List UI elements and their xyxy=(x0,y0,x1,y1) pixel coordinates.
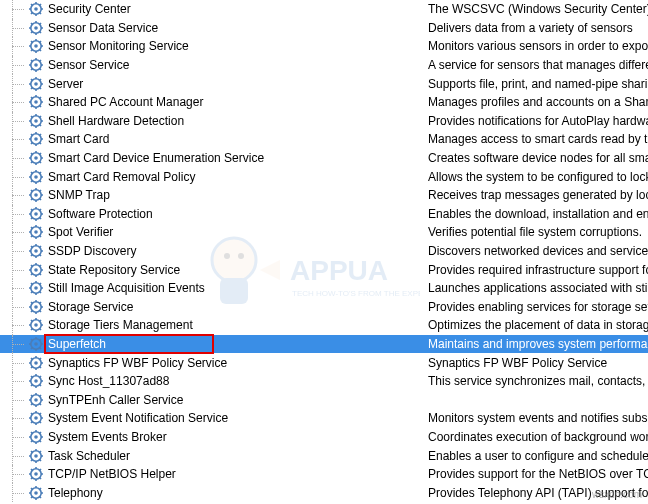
svg-point-7 xyxy=(34,7,38,11)
service-row[interactable]: System Events BrokerCoordinates executio… xyxy=(0,428,648,447)
service-name: Shell Hardware Detection xyxy=(48,114,428,128)
svg-line-242 xyxy=(31,432,32,433)
service-description: Launches applications associated with st… xyxy=(428,281,648,295)
svg-line-124 xyxy=(31,217,32,218)
svg-line-25 xyxy=(40,23,41,24)
svg-point-227 xyxy=(34,417,38,421)
svg-line-95 xyxy=(40,153,41,154)
svg-line-35 xyxy=(40,41,41,42)
service-description: Verifies potential file system corruptio… xyxy=(428,225,648,239)
svg-point-257 xyxy=(34,472,38,476)
service-row[interactable]: Task SchedulerEnables a user to configur… xyxy=(0,446,648,465)
service-row[interactable]: SSDP DiscoveryDiscovers networked device… xyxy=(0,242,648,261)
svg-point-177 xyxy=(34,324,38,328)
service-name: Storage Tiers Management xyxy=(48,318,428,332)
tree-line xyxy=(0,390,28,409)
svg-line-83 xyxy=(40,143,41,144)
service-description: Provides notifications for AutoPlay hard… xyxy=(428,114,648,128)
service-row[interactable]: TCP/IP NetBIOS HelperProvides support fo… xyxy=(0,465,648,484)
service-row[interactable]: Sensor Monitoring ServiceMonitors variou… xyxy=(0,37,648,56)
service-row[interactable]: SuperfetchMaintains and improves system … xyxy=(0,335,648,354)
service-row[interactable]: Sensor ServiceA service for sensors that… xyxy=(0,56,648,75)
service-description: Manages access to smart cards read by th… xyxy=(428,132,648,146)
service-description: This service synchronizes mail, contacts… xyxy=(428,374,648,388)
service-row[interactable]: Smart CardManages access to smart cards … xyxy=(0,130,648,149)
service-description: Manages profiles and accounts on a Share… xyxy=(428,95,648,109)
service-row[interactable]: Shared PC Account ManagerManages profile… xyxy=(0,93,648,112)
gear-icon xyxy=(28,187,44,203)
service-row[interactable]: Spot VerifierVerifies potential file sys… xyxy=(0,223,648,242)
service-description: Coordinates execution of background work… xyxy=(428,430,648,444)
svg-line-203 xyxy=(40,366,41,367)
service-row[interactable]: Sync Host_11307ad88This service synchron… xyxy=(0,372,648,391)
svg-line-94 xyxy=(31,162,32,163)
service-name: Smart Card Device Enumeration Service xyxy=(48,151,428,165)
svg-line-115 xyxy=(40,190,41,191)
service-description: Allows the system to be configured to lo… xyxy=(428,170,648,184)
service-description: Delivers data from a variety of sensors xyxy=(428,21,648,35)
service-row[interactable]: Still Image Acquisition EventsLaunches a… xyxy=(0,279,648,298)
svg-line-62 xyxy=(31,97,32,98)
gear-icon xyxy=(28,38,44,54)
gear-icon xyxy=(28,317,44,333)
footer-watermark: wsxdn.com xyxy=(592,489,642,500)
service-row[interactable]: Smart Card Device Enumeration ServiceCre… xyxy=(0,149,648,168)
service-name: SNMP Trap xyxy=(48,188,428,202)
service-row[interactable]: Synaptics FP WBF Policy ServiceSynaptics… xyxy=(0,353,648,372)
service-row[interactable]: Sensor Data ServiceDelivers data from a … xyxy=(0,19,648,38)
tree-line xyxy=(0,409,28,428)
svg-line-33 xyxy=(40,50,41,51)
tree-line xyxy=(0,205,28,224)
service-row[interactable]: State Repository ServiceProvides require… xyxy=(0,260,648,279)
service-row[interactable]: Smart Card Removal PolicyAllows the syst… xyxy=(0,167,648,186)
svg-line-53 xyxy=(40,87,41,88)
service-description: Creates software device nodes for all sm… xyxy=(428,151,648,165)
service-description: Supports file, print, and named-pipe sha… xyxy=(428,77,648,91)
svg-line-92 xyxy=(31,153,32,154)
svg-line-253 xyxy=(40,459,41,460)
service-name: Superfetch xyxy=(48,337,428,351)
svg-point-267 xyxy=(34,491,38,495)
svg-line-63 xyxy=(40,106,41,107)
tree-line xyxy=(0,483,28,502)
tree-line xyxy=(0,19,28,38)
service-row[interactable]: Storage ServiceProvides enabling service… xyxy=(0,298,648,317)
svg-line-15 xyxy=(40,4,41,5)
service-name: Security Center xyxy=(48,2,428,16)
svg-line-273 xyxy=(40,496,41,497)
svg-line-235 xyxy=(40,413,41,414)
svg-line-192 xyxy=(31,339,32,340)
service-row[interactable]: TelephonyProvides Telephony API (TAPI) s… xyxy=(0,483,648,502)
svg-line-42 xyxy=(31,60,32,61)
service-row[interactable]: Shell Hardware DetectionProvides notific… xyxy=(0,112,648,131)
tree-line xyxy=(0,279,28,298)
svg-line-93 xyxy=(40,162,41,163)
svg-line-233 xyxy=(40,422,41,423)
service-row[interactable]: ServerSupports file, print, and named-pi… xyxy=(0,74,648,93)
service-name: Sensor Data Service xyxy=(48,21,428,35)
svg-line-24 xyxy=(31,31,32,32)
svg-line-65 xyxy=(40,97,41,98)
svg-line-232 xyxy=(31,413,32,414)
service-row[interactable]: System Event Notification ServiceMonitor… xyxy=(0,409,648,428)
service-name: Spot Verifier xyxy=(48,225,428,239)
svg-line-184 xyxy=(31,329,32,330)
svg-line-183 xyxy=(40,329,41,330)
svg-point-97 xyxy=(34,175,38,179)
service-name: Sensor Service xyxy=(48,58,428,72)
svg-line-44 xyxy=(31,69,32,70)
svg-line-133 xyxy=(40,236,41,237)
service-row[interactable]: SynTPEnh Caller Service xyxy=(0,390,648,409)
svg-point-197 xyxy=(34,361,38,365)
svg-line-84 xyxy=(31,143,32,144)
services-list[interactable]: Security CenterThe WSCSVC (Windows Secur… xyxy=(0,0,648,502)
svg-line-52 xyxy=(31,79,32,80)
svg-line-32 xyxy=(31,41,32,42)
service-row[interactable]: Software ProtectionEnables the download,… xyxy=(0,205,648,224)
svg-line-85 xyxy=(40,134,41,135)
gear-icon xyxy=(28,410,44,426)
service-row[interactable]: Security CenterThe WSCSVC (Windows Secur… xyxy=(0,0,648,19)
service-row[interactable]: Storage Tiers ManagementOptimizes the pl… xyxy=(0,316,648,335)
svg-point-17 xyxy=(34,26,38,30)
service-row[interactable]: SNMP TrapReceives trap messages generate… xyxy=(0,186,648,205)
